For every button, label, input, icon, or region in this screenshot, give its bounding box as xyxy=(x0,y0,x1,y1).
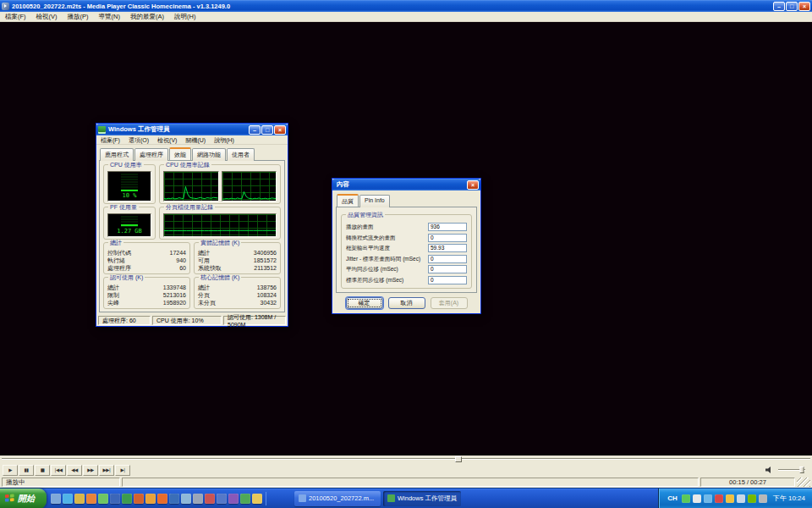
fast-forward-button[interactable]: ▶▶ xyxy=(83,465,98,476)
tray-volume-icon[interactable] xyxy=(693,494,701,503)
quicklaunch-powerpoint-icon[interactable] xyxy=(134,494,144,504)
tab-processes[interactable]: 處理程序 xyxy=(134,148,168,161)
taskbar-task-taskmanager[interactable]: Windows 工作管理員 xyxy=(383,491,461,506)
tm-status-commit: 認可使用: 1308M / 5090M xyxy=(223,316,286,325)
cpu-history-graph-core1 xyxy=(163,171,219,202)
pause-button[interactable]: ▮▮ xyxy=(19,465,34,476)
start-button[interactable]: 開始 xyxy=(0,489,47,508)
task-manager-title: Windows 工作管理員 xyxy=(106,125,249,134)
tm-menu-file[interactable]: 檔案(F) xyxy=(96,135,124,145)
tray-graphics-icon[interactable] xyxy=(748,494,756,503)
quicklaunch-utorrent-icon[interactable] xyxy=(240,494,250,504)
transport-controls: ▶ ▮▮ ■ |◀◀ ◀◀ ▶▶ ▶▶| ▶| xyxy=(0,463,812,477)
quicklaunch-calculator-icon[interactable] xyxy=(193,494,203,504)
frame-step-button[interactable]: ▶| xyxy=(115,465,130,476)
taskbar-task-mpc[interactable]: 20100520_202722.m... xyxy=(294,491,381,506)
ok-button[interactable]: 確定 xyxy=(346,297,383,309)
tm-menu-options[interactable]: 選項(O) xyxy=(124,135,153,145)
properties-title: 內容 xyxy=(334,180,467,189)
minimize-button[interactable]: – xyxy=(773,2,785,11)
tab-quality[interactable]: 品質 xyxy=(337,194,359,207)
stat-row: 分頁108324 xyxy=(198,291,277,299)
field-row: 轉換程式流失的畫面 0 xyxy=(346,234,467,242)
task-manager-icon xyxy=(98,126,106,134)
quicklaunch-nero-icon[interactable] xyxy=(217,494,227,504)
restore-button[interactable]: □ xyxy=(786,2,798,11)
taskbar: 開始 20100520_202722.m... xyxy=(0,488,812,508)
properties-close-button[interactable]: × xyxy=(467,180,479,190)
tab-users[interactable]: 使用者 xyxy=(227,148,255,161)
skip-back-button[interactable]: |◀◀ xyxy=(51,465,66,476)
rewind-button[interactable]: ◀◀ xyxy=(67,465,82,476)
commit-charge-title: 認可使用 (K) xyxy=(108,274,145,281)
menu-view[interactable]: 檢視(V) xyxy=(31,12,63,21)
tab-networking[interactable]: 網路功能 xyxy=(192,148,226,161)
resize-grip[interactable] xyxy=(797,478,810,487)
stat-row: 執行緒940 xyxy=(107,257,186,264)
tray-antivirus-icon[interactable] xyxy=(715,494,723,503)
seek-thumb[interactable] xyxy=(455,456,462,462)
seek-bar[interactable] xyxy=(0,456,812,463)
start-label: 開始 xyxy=(18,493,35,505)
quick-launch-divider xyxy=(266,492,266,505)
tab-applications[interactable]: 應用程式 xyxy=(100,148,134,161)
pf-history-graph xyxy=(163,213,277,237)
tm-close-button[interactable]: × xyxy=(274,125,286,135)
quicklaunch-folder-icon[interactable] xyxy=(252,494,262,504)
playback-status: 播放中 xyxy=(2,478,120,487)
quicklaunch-paint-icon[interactable] xyxy=(205,494,215,504)
physical-memory-title: 實體記憶體 (K) xyxy=(199,240,241,246)
quicklaunch-outlook-icon[interactable] xyxy=(74,494,85,504)
seek-groove[interactable] xyxy=(2,458,810,460)
quicklaunch-media-player-icon[interactable] xyxy=(86,494,96,504)
mpc-titlebar: 20100520_202722.m2ts - Media Player Clas… xyxy=(0,0,812,12)
quicklaunch-winamp-icon[interactable] xyxy=(145,494,156,504)
taskbar-buttons: 20100520_202722.m... Windows 工作管理員 xyxy=(294,491,461,506)
cpu-history-graph-core2 xyxy=(222,171,277,202)
tray-network-icon[interactable] xyxy=(704,494,712,503)
stat-row: 總計3406956 xyxy=(198,249,277,257)
stat-row: 系統快取2113512 xyxy=(198,264,277,272)
quicklaunch-word-icon[interactable] xyxy=(110,494,120,504)
volume-thumb[interactable] xyxy=(799,467,804,473)
quality-info-group: 品質管理資訊 播放的畫面 936 轉換程式流失的畫面 0 框架輸出平均速度 59… xyxy=(341,214,472,289)
quality-pane: 品質管理資訊 播放的畫面 936 轉換程式流失的畫面 0 框架輸出平均速度 59… xyxy=(336,207,477,293)
menu-file[interactable]: 檔案(F) xyxy=(0,12,31,21)
tm-minimize-button[interactable]: – xyxy=(249,125,261,135)
cancel-button[interactable]: 取消 xyxy=(388,297,425,309)
tab-performance[interactable]: 效能 xyxy=(169,147,191,160)
tm-menu-view[interactable]: 檢視(V) xyxy=(153,135,181,145)
close-button[interactable]: × xyxy=(798,2,810,11)
quicklaunch-internet-explorer-icon[interactable] xyxy=(63,494,73,504)
stat-row: 總計138756 xyxy=(198,284,277,291)
tm-menu-shutdown[interactable]: 關機(U) xyxy=(181,135,210,145)
tm-maximize-button[interactable]: □ xyxy=(261,125,273,135)
quicklaunch-excel-icon[interactable] xyxy=(122,494,132,504)
task-manager-titlebar: Windows 工作管理員 – □ × xyxy=(96,124,288,135)
play-button[interactable]: ▶ xyxy=(3,465,18,476)
mpc-statusbar: 播放中 00:15 / 00:27 xyxy=(0,477,812,488)
quicklaunch-firefox-icon[interactable] xyxy=(157,494,167,504)
quicklaunch-photoshop-icon[interactable] xyxy=(169,494,179,504)
language-indicator[interactable]: CH xyxy=(666,494,679,502)
speaker-icon[interactable] xyxy=(765,467,774,473)
tm-menu-help[interactable]: 說明(H) xyxy=(210,135,239,145)
tab-pin-info[interactable]: Pin Info xyxy=(359,195,390,207)
skip-forward-button[interactable]: ▶▶| xyxy=(99,465,114,476)
volume-slider[interactable] xyxy=(776,466,807,474)
tray-messenger-status-icon[interactable] xyxy=(682,494,690,503)
quicklaunch-messenger-icon[interactable] xyxy=(98,494,108,504)
menu-favorites[interactable]: 我的最愛(A) xyxy=(125,12,169,21)
tray-ime-icon[interactable] xyxy=(737,494,745,503)
performance-pane: CPU 使用率 10 % CPU 使用率記錄 xyxy=(99,160,285,312)
stop-button[interactable]: ■ xyxy=(35,465,50,476)
menu-help[interactable]: 說明(H) xyxy=(169,12,200,21)
quicklaunch-foobar-icon[interactable] xyxy=(228,494,239,504)
quicklaunch-notepad-icon[interactable] xyxy=(181,494,191,504)
cpu-usage-label: CPU 使用率 xyxy=(108,162,144,168)
menu-navigate[interactable]: 導覽(N) xyxy=(94,12,125,21)
tray-scheduler-icon[interactable] xyxy=(759,494,767,503)
menu-play[interactable]: 播放(P) xyxy=(63,12,94,21)
quicklaunch-show-desktop-icon[interactable] xyxy=(51,494,61,504)
tray-windows-update-icon[interactable] xyxy=(726,494,734,503)
